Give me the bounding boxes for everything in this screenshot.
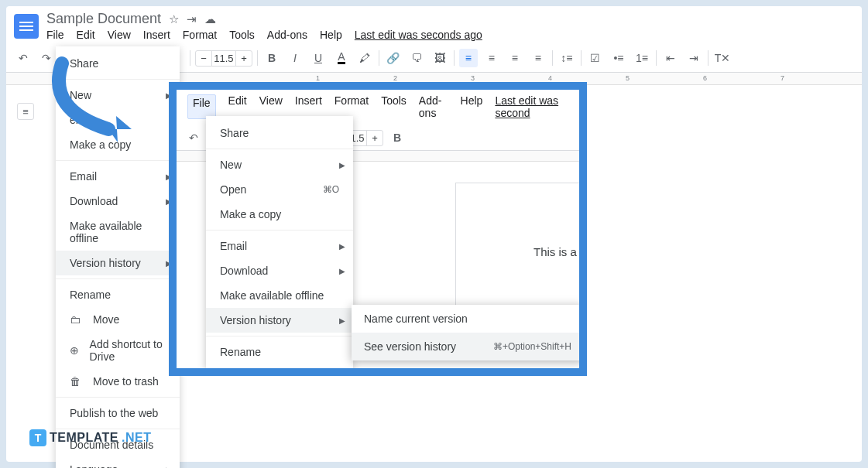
- document-title[interactable]: Sample Document: [46, 11, 161, 27]
- font-size-value[interactable]: 11.5: [211, 51, 236, 66]
- menu-help[interactable]: Help: [320, 29, 342, 41]
- inset-item-email[interactable]: Email▶: [206, 230, 353, 258]
- inset-bold-button[interactable]: B: [388, 128, 407, 147]
- undo-button[interactable]: ↶: [14, 49, 33, 67]
- checklist-button[interactable]: ☑: [586, 49, 605, 67]
- inset-menu-addons[interactable]: Add-ons: [419, 94, 448, 119]
- menu-item-rename[interactable]: Rename: [56, 278, 180, 307]
- last-edit-link[interactable]: Last edit was seconds ago: [355, 29, 482, 41]
- increase-indent-button[interactable]: ⇥: [684, 49, 703, 67]
- clear-formatting-button[interactable]: T✕: [713, 49, 732, 67]
- watermark-text: TEMPLATE: [50, 431, 118, 445]
- separator: [581, 50, 582, 66]
- inset-item-open[interactable]: Open⌘O: [206, 177, 353, 202]
- separator: [190, 50, 190, 66]
- trash-icon: 🗑: [70, 375, 84, 388]
- decrease-indent-button[interactable]: ⇤: [661, 49, 680, 67]
- font-size-increase[interactable]: +: [367, 132, 383, 144]
- ruler-mark: 7: [781, 74, 784, 82]
- menu-item-download[interactable]: Download▶: [56, 189, 180, 214]
- separator: [552, 50, 553, 66]
- underline-button[interactable]: U: [309, 49, 328, 67]
- inset-file-menu: Share New▶ Open⌘O Make a copy Email▶ Dow…: [206, 116, 353, 369]
- ruler-mark: 3: [471, 74, 475, 82]
- inset-page-text: This is a: [533, 245, 577, 258]
- ruler-mark: 1: [316, 74, 320, 82]
- folder-icon: 🗀: [70, 313, 84, 326]
- menu-insert[interactable]: Insert: [143, 29, 170, 41]
- outline-toggle-icon[interactable]: ≡: [17, 103, 34, 120]
- version-history-submenu: Name current version See version history…: [352, 305, 584, 360]
- separator: [257, 50, 258, 66]
- inset-item-new[interactable]: New▶: [206, 149, 353, 177]
- cloud-status-icon: ☁: [204, 12, 216, 26]
- align-left-button[interactable]: ≡: [459, 49, 478, 67]
- line-spacing-button[interactable]: ↕≡: [558, 49, 576, 67]
- bulleted-list-button[interactable]: •≡: [609, 49, 628, 67]
- menu-item-email[interactable]: Email▶: [56, 160, 180, 189]
- insert-link-button[interactable]: 🔗: [384, 49, 403, 67]
- menu-file[interactable]: File: [46, 29, 64, 41]
- ruler-mark: 4: [548, 74, 552, 82]
- inset-panel: File Edit View Insert Format Tools Add-o…: [169, 82, 587, 376]
- svg-marker-0: [108, 116, 132, 142]
- menu-item-move[interactable]: 🗀Move: [56, 307, 180, 332]
- menu-item-publish[interactable]: Publish to the web: [56, 397, 180, 425]
- font-size-increase[interactable]: +: [236, 53, 252, 64]
- submenu-see-version-history[interactable]: See version history ⌘+Option+Shift+H: [352, 333, 584, 360]
- submenu-name-current-version[interactable]: Name current version: [352, 305, 584, 333]
- highlight-button[interactable]: 🖍: [355, 49, 374, 67]
- menu-item-offline[interactable]: Make available offline: [56, 214, 180, 251]
- numbered-list-button[interactable]: 1≡: [633, 49, 651, 67]
- inset-menu-help[interactable]: Help: [461, 94, 483, 119]
- insert-comment-button[interactable]: 🗨: [407, 49, 426, 67]
- menu-tools[interactable]: Tools: [229, 29, 255, 41]
- menu-view[interactable]: View: [108, 29, 131, 41]
- text-color-button[interactable]: A: [332, 49, 351, 67]
- menu-edit[interactable]: Edit: [77, 29, 95, 41]
- menu-item-language[interactable]: Language▶: [56, 457, 180, 468]
- watermark-icon: T: [29, 429, 46, 446]
- watermark-text2: .NET: [122, 431, 151, 445]
- align-center-button[interactable]: ≡: [482, 49, 501, 67]
- separator: [379, 50, 379, 66]
- inset-page: This is a: [455, 183, 587, 322]
- menu-item-add-shortcut[interactable]: ⊕Add shortcut to Drive: [56, 332, 180, 369]
- inset-item-version-history[interactable]: Version history▶: [206, 308, 353, 333]
- inset-item-offline[interactable]: Make available offline: [206, 283, 353, 308]
- star-icon[interactable]: ☆: [169, 12, 179, 26]
- font-size-decrease[interactable]: −: [196, 53, 211, 64]
- ruler-mark: 5: [626, 74, 630, 82]
- inset-item-rename[interactable]: Rename: [206, 336, 353, 364]
- menu-item-trash[interactable]: 🗑Move to trash: [56, 369, 180, 394]
- separator: [656, 50, 657, 66]
- menu-format[interactable]: Format: [183, 29, 217, 41]
- titlebar: Sample Document ☆ ⇥ ☁ File Edit View Ins…: [46, 11, 482, 41]
- inset-item-download[interactable]: Download▶: [206, 258, 353, 283]
- menu-addons[interactable]: Add-ons: [267, 29, 307, 41]
- inset-undo-button[interactable]: ↶: [184, 128, 203, 147]
- align-right-button[interactable]: ≡: [506, 49, 524, 67]
- ruler-mark: 2: [393, 74, 397, 82]
- insert-image-button[interactable]: 🖼: [431, 49, 449, 67]
- font-size-stepper[interactable]: − 11.5 +: [195, 50, 252, 67]
- menu-item-version-history[interactable]: Version history▶: [56, 251, 180, 275]
- drive-shortcut-icon: ⊕: [70, 344, 81, 357]
- move-folder-icon[interactable]: ⇥: [187, 12, 197, 26]
- bold-button[interactable]: B: [262, 49, 281, 67]
- menubar: File Edit View Insert Format Tools Add-o…: [46, 27, 482, 41]
- inset-menu-tools[interactable]: Tools: [381, 94, 407, 119]
- inset-item-make-copy[interactable]: Make a copy: [206, 202, 353, 227]
- shortcut-label: ⌘+Option+Shift+H: [493, 341, 571, 352]
- separator: [708, 50, 708, 66]
- inset-last-edit[interactable]: Last edit was second: [495, 94, 568, 119]
- inset-item-share[interactable]: Share: [206, 121, 353, 145]
- annotation-arrow-icon: [39, 56, 170, 149]
- align-justify-button[interactable]: ≡: [529, 49, 547, 67]
- watermark: T TEMPLATE.NET: [29, 429, 151, 446]
- ruler-mark: 6: [703, 74, 707, 82]
- docs-logo-icon[interactable]: [14, 14, 39, 39]
- italic-button[interactable]: I: [286, 49, 304, 67]
- header: Sample Document ☆ ⇥ ☁ File Edit View Ins…: [6, 6, 862, 41]
- separator: [454, 50, 455, 66]
